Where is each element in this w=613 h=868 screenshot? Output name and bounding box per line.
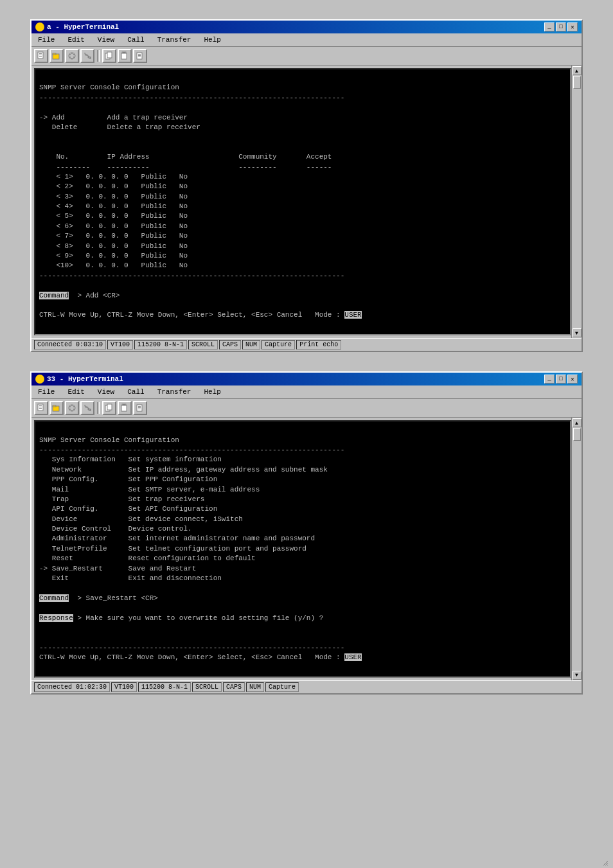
- terminal-bottom-help-2: CTRL-W Move Up, CTRL-Z Move Down, <Enter…: [39, 653, 362, 661]
- menu-transfer-1[interactable]: Transfer: [154, 35, 195, 45]
- scroll-thumb-2[interactable]: [573, 428, 581, 441]
- close-button-2[interactable]: ✕: [567, 375, 578, 384]
- scroll-up-2[interactable]: ▲: [573, 418, 582, 427]
- menu-edit-2[interactable]: Edit: [64, 387, 88, 397]
- terminal-type-2: VT100: [111, 682, 137, 692]
- scroll-status-1: SCROLL: [188, 340, 218, 350]
- content-area-2: SNMP Server Console Configuration ------…: [31, 418, 582, 680]
- svg-point-32: [71, 410, 73, 411]
- toolbar-phone-2[interactable]: [80, 401, 94, 415]
- maximize-button-1[interactable]: □: [556, 22, 566, 31]
- toolbar-sep-2: [97, 402, 100, 414]
- title-buttons-2: _ □ ✕: [544, 375, 578, 384]
- scrollbar-2[interactable]: ▲ ▼: [571, 418, 582, 680]
- close-button-1[interactable]: ✕: [567, 22, 578, 31]
- toolbar-open-1[interactable]: [49, 49, 64, 63]
- title-bar-2: ★ 33 - HyperTerminal _ □ ✕: [31, 373, 582, 385]
- toolbar-dial-2[interactable]: [65, 401, 79, 415]
- capture-status-1: Capture: [262, 340, 295, 350]
- scrollbar-1[interactable]: ▲ ▼: [571, 66, 582, 338]
- speed-1: 115200 8-N-1: [134, 340, 187, 350]
- terminal-response-line: Response > Make sure you want to overwri…: [39, 614, 323, 622]
- terminal-menu-api: API Config. Set API Configuration: [39, 505, 217, 513]
- num-status-1: NUM: [242, 340, 260, 350]
- menu-call-2[interactable]: Call: [123, 387, 148, 397]
- menu-file-1[interactable]: File: [34, 35, 58, 45]
- toolbar-props-1[interactable]: [133, 49, 147, 63]
- toolbar-phone-1[interactable]: [80, 49, 94, 63]
- terminal-row-6: < 6> 0. 0. 0. 0 Public No: [39, 222, 188, 230]
- terminal-menu-mail: Mail Set SMTP server, e-mail address: [39, 486, 260, 493]
- terminal-sep-2a: ----------------------------------------…: [39, 446, 344, 454]
- terminal-blank1: [39, 143, 44, 151]
- svg-rect-38: [121, 405, 127, 411]
- scroll-thumb-1[interactable]: [573, 76, 581, 89]
- toolbar-sep-1: [97, 50, 100, 62]
- menu-file-2[interactable]: File: [34, 387, 58, 397]
- terminal-row-4: < 4> 0. 0. 0. 0 Public No: [39, 202, 188, 210]
- terminal-menu-devctrl: Device Control Device control.: [39, 525, 192, 533]
- terminal-row-2: < 2> 0. 0. 0. 0 Public No: [39, 182, 188, 190]
- scroll-down-1[interactable]: ▼: [573, 328, 582, 337]
- terminal-blank6: [39, 624, 44, 632]
- svg-rect-14: [107, 52, 112, 58]
- svg-point-34: [69, 406, 71, 407]
- menu-call-1[interactable]: Call: [123, 35, 148, 45]
- toolbar-paste-2[interactable]: [118, 401, 132, 415]
- terminal-sep-1: ----------------------------------------…: [39, 94, 344, 102]
- connection-status-2: Connected 01:02:30: [34, 682, 110, 692]
- toolbar-props-2[interactable]: [133, 401, 147, 415]
- terminal-blank4: [39, 584, 44, 592]
- terminal-1[interactable]: SNMP Server Console Configuration ------…: [34, 68, 571, 335]
- toolbar-new-2[interactable]: [34, 401, 48, 415]
- menu-edit-1[interactable]: Edit: [64, 35, 88, 45]
- terminal-menu-dev: Device Set device connect, iSwitch: [39, 515, 243, 523]
- scroll-down-2[interactable]: ▼: [573, 671, 582, 680]
- print-echo-status-1: Print echo: [296, 340, 341, 350]
- menu-view-2[interactable]: View: [94, 387, 118, 397]
- svg-point-9: [73, 57, 75, 58]
- maximize-button-2[interactable]: □: [556, 375, 566, 384]
- menu-help-1[interactable]: Help: [200, 35, 224, 45]
- menu-view-1[interactable]: View: [94, 35, 118, 45]
- scroll-up-1[interactable]: ▲: [573, 66, 582, 75]
- svg-rect-36: [107, 404, 112, 410]
- status-bar-2: Connected 01:02:30 VT100 115200 8-N-1 SC…: [31, 680, 582, 693]
- svg-rect-5: [53, 53, 56, 55]
- menu-bar-1: File Edit View Call Transfer Help: [31, 33, 582, 47]
- toolbar-copy-2[interactable]: [102, 401, 116, 415]
- terminal-del-cmd: Delete Delete a trap receiver: [39, 123, 200, 131]
- scroll-track-2: [573, 427, 582, 671]
- minimize-button-1[interactable]: _: [544, 22, 555, 31]
- toolbar-copy-1[interactable]: [102, 49, 116, 63]
- toolbar-new-1[interactable]: [34, 49, 48, 63]
- terminal-menu-trap: Trap Set trap receivers: [39, 495, 204, 503]
- window2: ★ 33 - HyperTerminal _ □ ✕ File Edit Vie…: [30, 371, 583, 695]
- toolbar-1: [31, 47, 582, 66]
- svg-rect-1: [39, 53, 42, 54]
- speed-2: 115200 8-N-1: [138, 682, 191, 692]
- terminal-menu-ppp: PPP Config. Set PPP Configuration: [39, 475, 217, 483]
- terminal-row-8: < 8> 0. 0. 0. 0 Public No: [39, 242, 188, 250]
- svg-rect-17: [123, 52, 125, 53]
- title-buttons-1: _ □ ✕: [544, 22, 578, 31]
- terminal-menu-exit: Exit Exit and disconnection: [39, 574, 222, 582]
- resize-grip[interactable]: [600, 858, 609, 867]
- app-icon-1: ★: [35, 22, 44, 31]
- svg-rect-3: [39, 56, 42, 57]
- svg-rect-41: [138, 406, 141, 407]
- terminal-row-7: < 7> 0. 0. 0. 0 Public No: [39, 232, 188, 240]
- terminal-sep-2b: ----------------------------------------…: [39, 644, 344, 651]
- svg-point-10: [71, 58, 73, 59]
- menu-transfer-2[interactable]: Transfer: [154, 387, 195, 397]
- toolbar-paste-1[interactable]: [118, 49, 132, 63]
- terminal-2[interactable]: SNMP Server Console Configuration ------…: [34, 420, 571, 678]
- menu-help-2[interactable]: Help: [200, 387, 224, 397]
- toolbar-open-2[interactable]: [49, 401, 64, 415]
- minimize-button-2[interactable]: _: [544, 375, 555, 384]
- toolbar-dial-1[interactable]: [65, 49, 79, 63]
- content-area-1: SNMP Server Console Configuration ------…: [31, 66, 582, 338]
- status-bar-1: Connected 0:03:10 VT100 115200 8-N-1 SCR…: [31, 338, 582, 351]
- terminal-row-1: < 1> 0. 0. 0. 0 Public No: [39, 173, 188, 181]
- svg-rect-16: [121, 53, 127, 59]
